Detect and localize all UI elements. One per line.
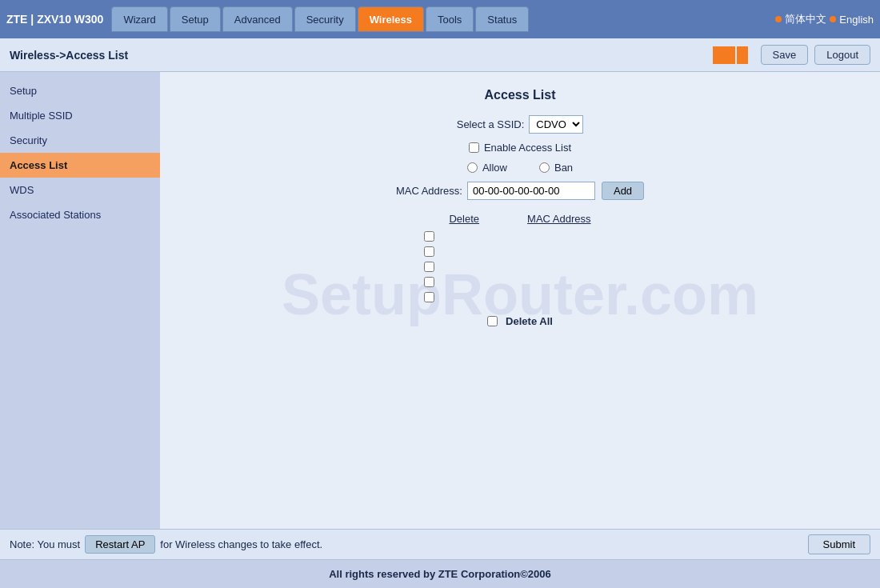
tab-setup[interactable]: Setup: [170, 6, 221, 32]
ban-radio-label[interactable]: Ban: [539, 162, 573, 174]
page-title: Access List: [192, 88, 848, 102]
mac-row: MAC Address: Add: [192, 182, 848, 200]
enable-row: Enable Access List: [192, 142, 848, 154]
submit-button[interactable]: Submit: [808, 534, 870, 554]
row-checkbox-2[interactable]: [424, 246, 434, 257]
main-layout: Setup Multiple SSID Security Access List…: [0, 72, 880, 529]
sidebar-item-security[interactable]: Security: [0, 128, 160, 153]
row-checkbox-1[interactable]: [424, 231, 434, 242]
copyright-text: All rights reserved by ZTE Corporation©2…: [329, 568, 551, 580]
table-row: [424, 262, 434, 272]
checkbox-rows: [424, 231, 848, 302]
allow-text: Allow: [482, 162, 507, 174]
orange-bar-2: [737, 46, 748, 64]
delete-all-row: Delete All: [192, 315, 848, 327]
row-checkbox-4[interactable]: [424, 277, 434, 287]
lang-english[interactable]: English: [839, 14, 874, 26]
ssid-row: Select a SSID: CDVO: [192, 115, 848, 134]
copyright: All rights reserved by ZTE Corporation©2…: [0, 559, 880, 588]
orange-bar-1: [713, 46, 735, 64]
tab-wizard[interactable]: Wizard: [111, 6, 167, 32]
save-button[interactable]: Save: [761, 45, 809, 65]
chinese-lang-dot: [775, 16, 782, 22]
sidebar: Setup Multiple SSID Security Access List…: [0, 72, 160, 529]
enable-access-list-text: Enable Access List: [484, 142, 571, 154]
table-header-row: Delete MAC Address: [192, 213, 848, 225]
tab-security[interactable]: Security: [294, 6, 356, 32]
add-button[interactable]: Add: [602, 182, 644, 200]
ssid-select[interactable]: CDVO: [529, 115, 583, 134]
tab-tools[interactable]: Tools: [426, 6, 474, 32]
col-header-delete: Delete: [449, 213, 479, 225]
ban-radio[interactable]: [539, 162, 550, 173]
table-row: [424, 231, 434, 242]
mac-label: MAC Address:: [396, 185, 462, 197]
delete-all-label: Delete All: [506, 315, 553, 327]
enable-access-list-checkbox[interactable]: [469, 142, 479, 153]
sidebar-item-associated-stations[interactable]: Associated Stations: [0, 202, 160, 227]
content-inner: Access List Select a SSID: CDVO Enable A…: [192, 88, 848, 327]
sidebar-item-access-list[interactable]: Access List: [0, 153, 160, 178]
col-header-mac: MAC Address: [527, 213, 590, 225]
note-prefix: Note: You must: [10, 538, 80, 550]
breadcrumb: Wireless->Access List: [10, 49, 128, 62]
tab-status[interactable]: Status: [475, 6, 529, 32]
delete-all-checkbox[interactable]: [487, 316, 498, 326]
ban-text: Ban: [554, 162, 573, 174]
footer-note: Note: You must Restart AP for Wireless c…: [0, 529, 880, 559]
language-section: 简体中文 English: [775, 12, 874, 26]
content-area: SetupRouter.com Access List Select a SSI…: [160, 72, 880, 529]
table-row: [424, 292, 434, 302]
sidebar-item-multiple-ssid[interactable]: Multiple SSID: [0, 103, 160, 128]
row-checkbox-5[interactable]: [424, 292, 434, 302]
lang-chinese[interactable]: 简体中文: [785, 12, 826, 26]
mac-input[interactable]: [467, 182, 595, 200]
ssid-label: Select a SSID:: [457, 118, 525, 130]
allow-radio-label[interactable]: Allow: [467, 162, 507, 174]
sidebar-item-wds[interactable]: WDS: [0, 178, 160, 202]
radio-row: Allow Ban: [192, 162, 848, 174]
tab-wireless[interactable]: Wireless: [358, 6, 424, 32]
orange-bars-decoration: [713, 46, 748, 64]
logout-button[interactable]: Logout: [814, 45, 870, 65]
topbar: ZTE | ZXV10 W300 Wizard Setup Advanced S…: [0, 0, 880, 38]
subheader: Wireless->Access List Save Logout: [0, 38, 880, 72]
note-suffix: for Wireless changes to take effect.: [160, 538, 322, 550]
header-buttons: Save Logout: [713, 45, 870, 65]
enable-access-list-label[interactable]: Enable Access List: [469, 142, 571, 154]
sidebar-item-setup[interactable]: Setup: [0, 78, 160, 103]
table-row: [424, 246, 434, 257]
brand-logo: ZTE | ZXV10 W300: [6, 13, 103, 26]
row-checkbox-3[interactable]: [424, 262, 434, 272]
allow-radio[interactable]: [467, 162, 478, 173]
english-lang-dot: [830, 16, 836, 22]
tab-advanced[interactable]: Advanced: [222, 6, 293, 32]
restart-ap-button[interactable]: Restart AP: [85, 535, 155, 554]
table-row: [424, 277, 434, 287]
